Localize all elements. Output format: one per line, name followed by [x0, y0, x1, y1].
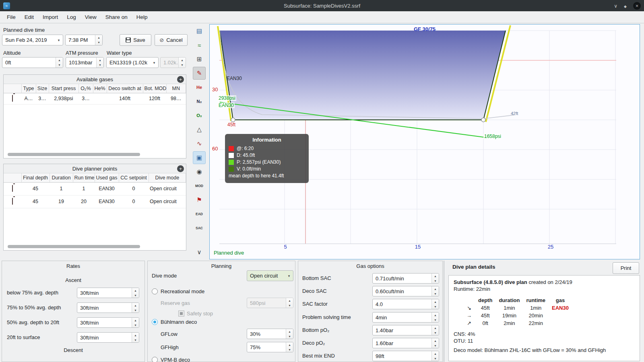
scroll-down-icon[interactable]: ∨	[193, 246, 206, 259]
problem-time-spinbox[interactable]: 4min	[372, 312, 439, 323]
spinner-arrows-icon[interactable]	[431, 351, 439, 361]
point-col-runtime[interactable]: Run time	[73, 173, 95, 182]
point-col-depth[interactable]: Final depth	[21, 173, 50, 182]
sac-icon[interactable]: SAC	[193, 222, 206, 234]
spinner-arrows-icon[interactable]	[431, 274, 439, 283]
tissues-icon[interactable]: △	[193, 123, 206, 136]
menu-edit[interactable]: Edit	[20, 11, 38, 23]
buhlmann-label[interactable]: Bühlmann deco	[161, 319, 197, 325]
menu-file[interactable]: File	[2, 11, 20, 23]
gas-col-deco-switch[interactable]: Deco switch at	[107, 84, 143, 93]
cancel-button[interactable]: Cancel	[155, 34, 188, 46]
chevron-down-icon[interactable]	[150, 58, 158, 68]
gas-col-bot-mod[interactable]: Bot. MOD	[143, 84, 166, 93]
recreational-label[interactable]: Recreational mode	[161, 288, 204, 294]
scrollbar-thumb[interactable]	[8, 245, 140, 248]
add-gas-button[interactable]	[177, 76, 184, 83]
menu-log[interactable]: Log	[62, 11, 80, 23]
gfhigh-spinbox[interactable]: 75%	[247, 342, 293, 352]
heart-rate-icon[interactable]: ∿	[193, 137, 206, 150]
spinner-arrows-icon[interactable]	[56, 58, 63, 68]
rate-spinbox-1[interactable]: 30ft/min	[77, 288, 139, 298]
scrollbar-thumb[interactable]	[8, 153, 140, 156]
menu-import[interactable]: Import	[38, 11, 62, 23]
nitrogen-icon[interactable]: N₂	[193, 95, 206, 108]
date-combobox[interactable]: Sun Feb 24, 2019	[2, 35, 63, 45]
bottom-po2-spinbox[interactable]: 1.40bar	[372, 325, 439, 335]
altitude-spinbox[interactable]: 0ft	[2, 57, 63, 68]
gas-col-size[interactable]: Size	[36, 84, 49, 93]
dive-mode-combobox[interactable]: Open circuit	[247, 270, 293, 281]
gas-change-icon[interactable]: ◉	[193, 165, 206, 178]
deco-sac-spinbox[interactable]: 0.60cuft/min	[372, 286, 439, 296]
rate-spinbox-3[interactable]: 30ft/min	[77, 317, 139, 328]
spinner-arrows-icon[interactable]	[286, 342, 293, 352]
dive-info-icon[interactable]: ▤	[193, 25, 206, 37]
gas-col-mnd[interactable]: MN	[166, 84, 186, 93]
best-mix-end-spinbox[interactable]: 98ft	[372, 351, 439, 361]
sac-factor-spinbox[interactable]: 4.0	[372, 299, 439, 309]
spinner-arrows-icon[interactable]	[132, 288, 139, 298]
rate-spinbox-2[interactable]: 30ft/min	[77, 302, 139, 313]
spinner-arrows-icon[interactable]	[431, 286, 439, 296]
spinner-arrows-icon[interactable]	[286, 329, 293, 339]
trim-icon[interactable]: ⊞	[193, 53, 206, 66]
close-icon[interactable]	[633, 2, 641, 10]
vpmb-radio[interactable]	[152, 357, 158, 362]
point-col-duration[interactable]: Duration	[50, 173, 73, 182]
oxygen-icon[interactable]: O₂	[193, 109, 206, 122]
shade-icon[interactable]	[614, 3, 617, 9]
panel-splitter[interactable]	[444, 261, 444, 362]
gas-col-o2[interactable]: O₂%	[78, 84, 93, 93]
vpmb-label[interactable]: VPM-B deco	[161, 357, 190, 362]
spinner-arrows-icon[interactable]	[132, 318, 139, 327]
spinner-arrows-icon[interactable]	[431, 325, 439, 335]
profile-handle[interactable]	[481, 118, 485, 122]
points-horizontal-scrollbar[interactable]	[8, 245, 182, 248]
delete-point-button[interactable]	[4, 182, 21, 195]
chevron-down-icon[interactable]	[55, 35, 63, 45]
point-col-setpoint[interactable]: CC setpoint	[119, 173, 149, 182]
menu-help[interactable]: Help	[132, 11, 152, 23]
restore-icon[interactable]	[624, 3, 627, 9]
deco-po2-spinbox[interactable]: 1.60bar	[372, 338, 439, 348]
spinner-arrows-icon[interactable]	[431, 313, 439, 322]
gas-col-type[interactable]: Type	[21, 84, 36, 93]
save-button[interactable]: Save	[120, 34, 151, 46]
delete-gas-button[interactable]	[4, 93, 21, 104]
menu-view[interactable]: View	[80, 11, 101, 23]
runner-icon[interactable]: ⚑	[193, 193, 206, 206]
spinner-arrows-icon[interactable]	[132, 333, 139, 342]
add-point-button[interactable]	[177, 165, 184, 172]
bottom-sac-spinbox[interactable]: 0.71cuft/min	[372, 273, 439, 284]
atm-pressure-spinbox[interactable]: 1013mbar	[66, 57, 104, 68]
point-col-gas[interactable]: Used gas	[95, 173, 119, 182]
gas-col-he[interactable]: He%	[93, 84, 107, 93]
ead-icon[interactable]: EAD	[193, 208, 206, 220]
mod-icon[interactable]: MOD	[193, 179, 206, 192]
buhlmann-radio[interactable]	[152, 319, 158, 325]
spinner-arrows-icon[interactable]	[96, 58, 103, 68]
spinner-arrows-icon[interactable]	[132, 303, 139, 313]
rate-spinbox-4[interactable]: 30ft/min	[77, 332, 139, 343]
profile-handle[interactable]	[231, 118, 235, 122]
photos-icon[interactable]: ▣	[193, 151, 206, 164]
helium-icon[interactable]: He	[193, 81, 206, 94]
time-spinbox[interactable]: 7:38 PM	[65, 35, 103, 45]
recreational-radio[interactable]	[152, 288, 158, 294]
print-button[interactable]: Print	[613, 262, 639, 274]
point-row[interactable]: 45 1 1 EAN30 0 Open circuit	[4, 182, 186, 195]
spinner-arrows-icon[interactable]	[431, 299, 439, 309]
gflow-spinbox[interactable]: 30%	[247, 329, 293, 339]
scuba-diver-icon[interactable]: ≈	[193, 39, 206, 51]
gas-col-start-press[interactable]: Start press	[49, 84, 78, 93]
spinner-arrows-icon[interactable]	[95, 35, 102, 45]
edit-profile-icon[interactable]: ✎	[193, 67, 206, 80]
water-type-combobox[interactable]: EN13319 (1.02k	[106, 57, 159, 68]
menu-share-on[interactable]: Share on	[101, 11, 132, 23]
gases-horizontal-scrollbar[interactable]	[8, 153, 182, 156]
dive-profile-chart[interactable]: GF 30/75 30 60 5 15 25 EAN30 2938psi EAN…	[209, 24, 640, 259]
point-col-mode[interactable]: Dive mode	[149, 173, 186, 182]
delete-point-button[interactable]	[4, 195, 21, 208]
gas-row[interactable]: A… 3… 2,938psi 3… 140ft 120ft 98…	[4, 93, 186, 104]
